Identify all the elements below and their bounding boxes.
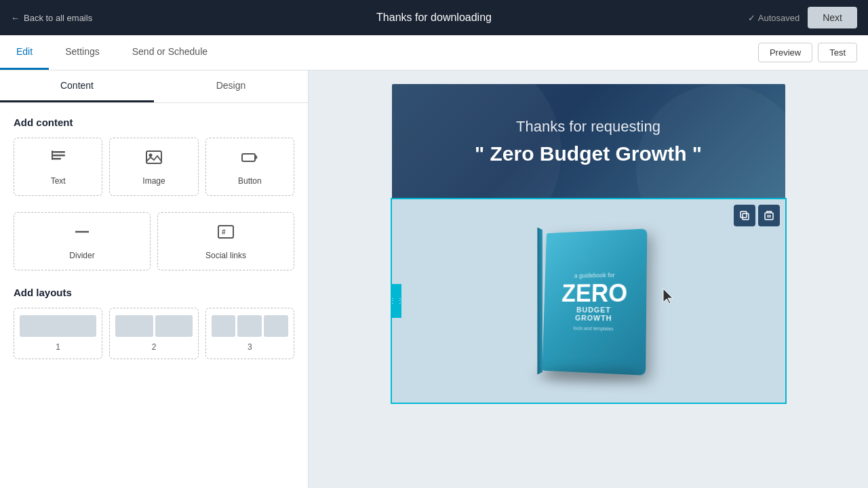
top-bar: ← Back to all emails Thanks for download… xyxy=(0,0,868,35)
layout-col xyxy=(264,315,288,337)
layout-2col[interactable]: 2 xyxy=(109,308,198,359)
book-budget: BUDGET xyxy=(576,305,610,313)
text-icon xyxy=(49,148,68,171)
svg-rect-4 xyxy=(146,151,161,163)
layout-3col[interactable]: 3 xyxy=(205,308,294,359)
tab-settings[interactable]: Settings xyxy=(49,35,116,70)
preview-button[interactable]: Preview xyxy=(758,43,812,62)
tab-send-schedule[interactable]: Send or Schedule xyxy=(116,35,224,70)
svg-rect-10 xyxy=(743,214,749,220)
email-hero[interactable]: Thanks for requesting " Zero Budget Grow… xyxy=(392,84,785,199)
book-visual: a guidebook for ZERO BUDGET GROWTH tools… xyxy=(392,199,785,403)
svg-rect-1 xyxy=(52,155,65,157)
svg-rect-2 xyxy=(52,158,61,160)
layout-grid: 1 2 3 xyxy=(14,308,294,359)
layout-col xyxy=(20,315,96,337)
svg-rect-0 xyxy=(52,151,65,153)
book-shadow xyxy=(534,369,643,382)
content-item-text[interactable]: Text xyxy=(14,138,102,196)
back-arrow-icon: ← xyxy=(11,13,20,23)
hero-title: " Zero Budget Growth " xyxy=(412,142,765,165)
tab-actions: Preview Test xyxy=(758,43,857,62)
svg-point-5 xyxy=(149,154,152,157)
layout-1-preview xyxy=(20,315,96,337)
canvas-area: Thanks for requesting " Zero Budget Grow… xyxy=(309,70,868,488)
delete-block-button[interactable] xyxy=(758,205,780,226)
book-spine xyxy=(537,228,542,375)
content-item-image[interactable]: Image xyxy=(109,138,198,196)
layout-col xyxy=(212,315,236,337)
top-right-actions: ✓ Autosaved Next xyxy=(748,7,857,28)
divider-icon xyxy=(73,222,92,245)
tab-edit[interactable]: Edit xyxy=(0,35,49,70)
layout-3-label: 3 xyxy=(248,342,252,352)
layout-3-preview xyxy=(212,315,288,337)
content-grid: Text Image xyxy=(14,138,294,196)
back-link[interactable]: ← Back to all emails xyxy=(11,13,92,23)
drag-dots-icon: ⋮⋮ xyxy=(389,298,404,304)
svg-rect-3 xyxy=(52,150,53,160)
check-icon: ✓ xyxy=(748,13,755,23)
book-actions xyxy=(734,205,780,226)
image-label: Image xyxy=(142,176,165,186)
svg-text:#: # xyxy=(222,228,226,236)
sidebar-content: Add content Text xyxy=(0,103,308,373)
add-layouts-title: Add layouts xyxy=(14,287,294,298)
back-link-label: Back to all emails xyxy=(24,13,92,23)
button-icon xyxy=(240,148,259,171)
layout-col xyxy=(115,315,153,337)
text-label: Text xyxy=(51,176,66,186)
book-3d: a guidebook for ZERO BUDGET GROWTH tools… xyxy=(521,220,656,382)
hero-subtitle: Thanks for requesting xyxy=(412,118,765,136)
drag-handle[interactable]: ⋮⋮ xyxy=(392,284,401,318)
cursor-icon xyxy=(662,287,677,308)
book-front: a guidebook for ZERO BUDGET GROWTH tools… xyxy=(542,228,647,375)
svg-rect-11 xyxy=(741,211,747,218)
svg-rect-8 xyxy=(218,226,233,238)
layout-2-label: 2 xyxy=(152,342,157,352)
divider-label: Divider xyxy=(69,251,94,260)
social-label: Social links xyxy=(205,251,246,260)
content-item-divider[interactable]: Divider xyxy=(14,212,151,270)
layout-col xyxy=(155,315,193,337)
button-label: Button xyxy=(238,176,262,186)
image-icon xyxy=(144,148,163,171)
email-book-section[interactable]: ⋮⋮ a guidebook for ZERO BUDGET GROWTH to… xyxy=(392,199,785,403)
social-icon: # xyxy=(216,222,235,245)
layout-1col[interactable]: 1 xyxy=(14,308,102,359)
book-small-text: a guidebook for xyxy=(574,271,614,279)
tab-bar: Edit Settings Send or Schedule Preview T… xyxy=(0,35,868,70)
tabs: Edit Settings Send or Schedule xyxy=(0,35,224,70)
layout-1-label: 1 xyxy=(56,342,60,352)
add-content-title: Add content xyxy=(14,117,294,128)
copy-block-button[interactable] xyxy=(734,205,755,226)
autosaved-status: ✓ Autosaved xyxy=(748,13,800,23)
book-tools: tools and templates xyxy=(573,325,613,331)
sidebar: Content Design Add content Text xyxy=(0,70,309,488)
svg-rect-6 xyxy=(242,154,255,161)
email-container: Thanks for requesting " Zero Budget Grow… xyxy=(392,84,785,403)
content-grid-2: Divider # Social links xyxy=(14,212,294,270)
test-button[interactable]: Test xyxy=(818,43,857,62)
next-button[interactable]: Next xyxy=(808,7,857,28)
sidebar-tab-design[interactable]: Design xyxy=(154,70,308,102)
book-growth: GROWTH xyxy=(574,313,612,322)
content-item-social[interactable]: # Social links xyxy=(157,212,294,270)
layout-2-preview xyxy=(115,315,192,337)
sidebar-tabs: Content Design xyxy=(0,70,308,103)
page-title: Thanks for downloading xyxy=(376,12,492,24)
layout-col xyxy=(237,315,262,337)
sidebar-tab-content[interactable]: Content xyxy=(0,70,154,102)
content-item-button[interactable]: Button xyxy=(205,138,294,196)
main-layout: Content Design Add content Text xyxy=(0,70,868,488)
book-zero: ZERO xyxy=(561,281,627,306)
